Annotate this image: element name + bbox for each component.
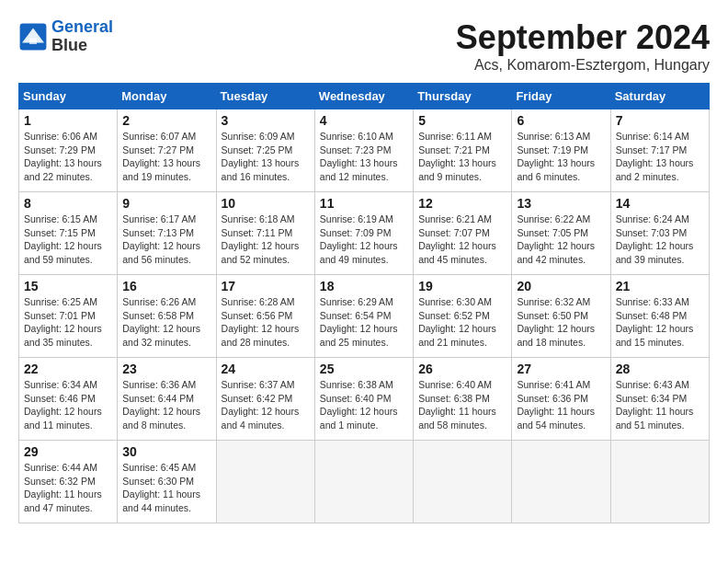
calendar-cell: 9Sunrise: 6:17 AMSunset: 7:13 PMDaylight… — [118, 192, 216, 275]
svg-rect-2 — [29, 38, 37, 43]
day-number: 5 — [418, 113, 506, 128]
calendar-week-row: 22Sunrise: 6:34 AMSunset: 6:46 PMDayligh… — [19, 358, 710, 441]
day-number: 28 — [616, 362, 704, 376]
day-number: 21 — [616, 279, 704, 293]
day-info: Sunrise: 6:26 AMSunset: 6:58 PMDaylight:… — [122, 295, 210, 350]
weekday-header-wednesday: Wednesday — [314, 84, 413, 109]
logo-icon — [18, 22, 48, 52]
calendar-week-row: 15Sunrise: 6:25 AMSunset: 7:01 PMDayligh… — [19, 275, 710, 358]
day-info: Sunrise: 6:33 AMSunset: 6:48 PMDaylight:… — [616, 295, 704, 350]
calendar-cell — [610, 441, 709, 523]
day-info: Sunrise: 6:29 AMSunset: 6:54 PMDaylight:… — [320, 295, 408, 350]
day-number: 25 — [320, 362, 408, 376]
calendar-cell: 16Sunrise: 6:26 AMSunset: 6:58 PMDayligh… — [118, 275, 216, 358]
day-info: Sunrise: 6:24 AMSunset: 7:03 PMDaylight:… — [616, 213, 704, 267]
day-number: 2 — [122, 113, 210, 128]
calendar-cell: 28Sunrise: 6:43 AMSunset: 6:34 PMDayligh… — [610, 358, 709, 441]
day-number: 19 — [418, 279, 506, 293]
day-info: Sunrise: 6:36 AMSunset: 6:44 PMDaylight:… — [122, 378, 210, 432]
day-info: Sunrise: 6:45 AMSunset: 6:30 PMDaylight:… — [122, 461, 210, 515]
calendar-cell: 20Sunrise: 6:32 AMSunset: 6:50 PMDayligh… — [512, 275, 610, 358]
day-number: 1 — [24, 113, 112, 128]
day-info: Sunrise: 6:11 AMSunset: 7:21 PMDaylight:… — [418, 130, 506, 184]
day-number: 10 — [222, 196, 310, 211]
page-header: GeneralBlue September 2024 Acs, Komarom-… — [18, 18, 710, 74]
weekday-header-saturday: Saturday — [610, 84, 709, 109]
day-info: Sunrise: 6:30 AMSunset: 6:52 PMDaylight:… — [418, 295, 506, 350]
month-title: September 2024 — [456, 18, 710, 57]
logo-text: GeneralBlue — [51, 18, 113, 55]
calendar-cell: 3Sunrise: 6:09 AMSunset: 7:25 PMDaylight… — [216, 109, 314, 192]
day-number: 18 — [320, 279, 408, 293]
day-info: Sunrise: 6:43 AMSunset: 6:34 PMDaylight:… — [616, 378, 704, 432]
weekday-header-thursday: Thursday — [414, 84, 512, 109]
day-number: 26 — [418, 362, 506, 376]
calendar-cell: 27Sunrise: 6:41 AMSunset: 6:36 PMDayligh… — [512, 358, 610, 441]
day-info: Sunrise: 6:25 AMSunset: 7:01 PMDaylight:… — [24, 295, 112, 350]
day-info: Sunrise: 6:13 AMSunset: 7:19 PMDaylight:… — [517, 130, 605, 184]
day-number: 30 — [122, 444, 210, 459]
day-info: Sunrise: 6:18 AMSunset: 7:11 PMDaylight:… — [222, 213, 310, 267]
day-info: Sunrise: 6:41 AMSunset: 6:36 PMDaylight:… — [517, 378, 605, 432]
calendar-cell: 14Sunrise: 6:24 AMSunset: 7:03 PMDayligh… — [610, 192, 709, 275]
day-info: Sunrise: 6:22 AMSunset: 7:05 PMDaylight:… — [517, 213, 605, 267]
weekday-header-tuesday: Tuesday — [216, 84, 314, 109]
day-number: 23 — [122, 362, 210, 376]
title-block: September 2024 Acs, Komarom-Esztergom, H… — [456, 18, 710, 74]
calendar-cell: 19Sunrise: 6:30 AMSunset: 6:52 PMDayligh… — [414, 275, 512, 358]
calendar-cell: 23Sunrise: 6:36 AMSunset: 6:44 PMDayligh… — [118, 358, 216, 441]
day-number: 24 — [222, 362, 310, 376]
day-info: Sunrise: 6:44 AMSunset: 6:32 PMDaylight:… — [24, 461, 112, 515]
calendar-cell: 10Sunrise: 6:18 AMSunset: 7:11 PMDayligh… — [216, 192, 314, 275]
day-number: 11 — [320, 196, 408, 211]
day-number: 15 — [24, 279, 112, 293]
day-number: 22 — [24, 362, 112, 376]
day-info: Sunrise: 6:10 AMSunset: 7:23 PMDaylight:… — [320, 130, 408, 184]
calendar-cell: 17Sunrise: 6:28 AMSunset: 6:56 PMDayligh… — [216, 275, 314, 358]
weekday-header-friday: Friday — [512, 84, 610, 109]
calendar-cell: 25Sunrise: 6:38 AMSunset: 6:40 PMDayligh… — [314, 358, 413, 441]
day-info: Sunrise: 6:14 AMSunset: 7:17 PMDaylight:… — [616, 130, 704, 184]
day-info: Sunrise: 6:21 AMSunset: 7:07 PMDaylight:… — [418, 213, 506, 267]
calendar-cell — [414, 441, 512, 523]
calendar-cell: 26Sunrise: 6:40 AMSunset: 6:38 PMDayligh… — [414, 358, 512, 441]
day-info: Sunrise: 6:34 AMSunset: 6:46 PMDaylight:… — [24, 378, 112, 432]
calendar-cell: 30Sunrise: 6:45 AMSunset: 6:30 PMDayligh… — [118, 441, 216, 523]
day-info: Sunrise: 6:37 AMSunset: 6:42 PMDaylight:… — [222, 378, 310, 432]
day-info: Sunrise: 6:09 AMSunset: 7:25 PMDaylight:… — [222, 130, 310, 184]
day-info: Sunrise: 6:32 AMSunset: 6:50 PMDaylight:… — [517, 295, 605, 350]
calendar-header-row: SundayMondayTuesdayWednesdayThursdayFrid… — [19, 84, 710, 109]
location-subtitle: Acs, Komarom-Esztergom, Hungary — [456, 57, 710, 74]
day-info: Sunrise: 6:28 AMSunset: 6:56 PMDaylight:… — [222, 295, 310, 350]
logo: GeneralBlue — [18, 18, 113, 55]
day-number: 27 — [517, 362, 605, 376]
calendar-cell: 4Sunrise: 6:10 AMSunset: 7:23 PMDaylight… — [314, 109, 413, 192]
day-info: Sunrise: 6:15 AMSunset: 7:15 PMDaylight:… — [24, 213, 112, 267]
calendar-cell: 21Sunrise: 6:33 AMSunset: 6:48 PMDayligh… — [610, 275, 709, 358]
calendar-cell — [216, 441, 314, 523]
calendar-cell: 15Sunrise: 6:25 AMSunset: 7:01 PMDayligh… — [19, 275, 118, 358]
day-number: 7 — [616, 113, 704, 128]
calendar-cell: 1Sunrise: 6:06 AMSunset: 7:29 PMDaylight… — [19, 109, 118, 192]
calendar-cell: 11Sunrise: 6:19 AMSunset: 7:09 PMDayligh… — [314, 192, 413, 275]
calendar-cell: 24Sunrise: 6:37 AMSunset: 6:42 PMDayligh… — [216, 358, 314, 441]
day-number: 6 — [517, 113, 605, 128]
calendar-cell: 18Sunrise: 6:29 AMSunset: 6:54 PMDayligh… — [314, 275, 413, 358]
day-number: 20 — [517, 279, 605, 293]
day-info: Sunrise: 6:19 AMSunset: 7:09 PMDaylight:… — [320, 213, 408, 267]
calendar-week-row: 29Sunrise: 6:44 AMSunset: 6:32 PMDayligh… — [19, 441, 710, 523]
day-number: 16 — [122, 279, 210, 293]
calendar-cell: 29Sunrise: 6:44 AMSunset: 6:32 PMDayligh… — [19, 441, 118, 523]
day-info: Sunrise: 6:38 AMSunset: 6:40 PMDaylight:… — [320, 378, 408, 432]
day-info: Sunrise: 6:40 AMSunset: 6:38 PMDaylight:… — [418, 378, 506, 432]
day-number: 13 — [517, 196, 605, 211]
calendar-cell: 22Sunrise: 6:34 AMSunset: 6:46 PMDayligh… — [19, 358, 118, 441]
calendar-cell: 5Sunrise: 6:11 AMSunset: 7:21 PMDaylight… — [414, 109, 512, 192]
calendar-cell: 13Sunrise: 6:22 AMSunset: 7:05 PMDayligh… — [512, 192, 610, 275]
day-number: 4 — [320, 113, 408, 128]
day-number: 8 — [24, 196, 112, 211]
calendar-cell: 8Sunrise: 6:15 AMSunset: 7:15 PMDaylight… — [19, 192, 118, 275]
day-info: Sunrise: 6:17 AMSunset: 7:13 PMDaylight:… — [122, 213, 210, 267]
day-info: Sunrise: 6:07 AMSunset: 7:27 PMDaylight:… — [122, 130, 210, 184]
calendar-cell: 6Sunrise: 6:13 AMSunset: 7:19 PMDaylight… — [512, 109, 610, 192]
